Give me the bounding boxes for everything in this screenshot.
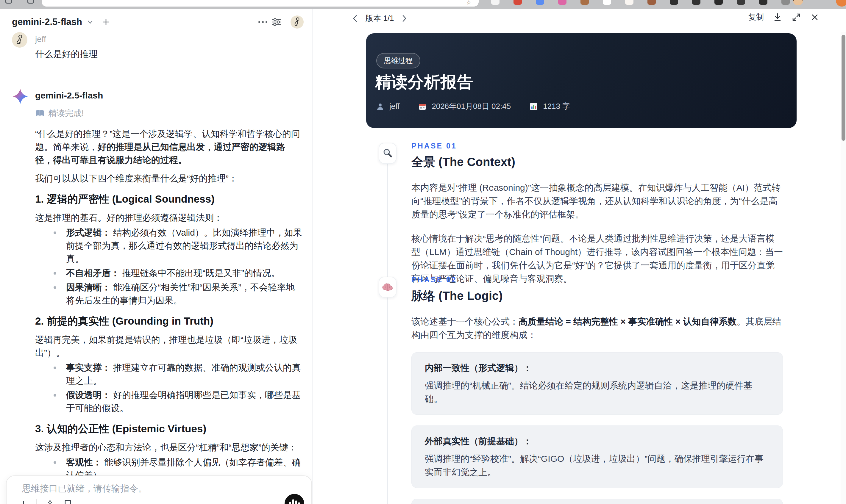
report-title: 精读分析报告 — [375, 71, 473, 93]
new-chat-button[interactable] — [102, 18, 110, 26]
bookmark-star-icon[interactable]: ☆ — [466, 0, 472, 6]
bullet-list: 事实支撑： 推理建立在可靠的数据、准确的观测或公认的真理之上。 假设透明： 好的… — [35, 361, 302, 415]
browser-toolbar: ☆ — [0, 0, 846, 9]
phase2-title: 脉络 (The Logic) — [411, 288, 783, 304]
bookmark-icon[interactable] — [63, 500, 73, 504]
expand-fullscreen-icon[interactable] — [791, 12, 801, 22]
chevron-down-icon[interactable] — [86, 18, 94, 26]
extension-icon[interactable] — [558, 0, 566, 5]
extension-icon[interactable] — [625, 0, 633, 5]
composer-input[interactable]: 思维接口已就绪，请传输指令。 — [22, 483, 299, 495]
report-date: 2026年01月08日 02:45 — [431, 101, 511, 112]
extension-icon[interactable] — [759, 0, 768, 5]
list-item: 事实支撑： 推理建立在可靠的数据、准确的观测或公认的真理之上。 — [35, 361, 302, 388]
version-next-button[interactable] — [400, 14, 408, 23]
extension-icon[interactable] — [513, 0, 522, 5]
attach-plus-button[interactable] — [18, 500, 29, 504]
address-bar[interactable] — [42, 0, 479, 6]
user-avatar[interactable] — [290, 16, 304, 29]
browser-nav-icon[interactable] — [5, 0, 12, 4]
assistant-name: gemini-2.5-flash — [35, 88, 302, 101]
phase1-title: 全景 (The Context) — [411, 154, 783, 170]
phase1-paragraph-1: 本内容是对“推理 (Reasoning)”这一抽象概念的高层建模。在知识爆炸与人… — [411, 181, 783, 221]
user-message-avatar — [12, 32, 28, 48]
user-message-text: 什么是好的推理 — [35, 48, 98, 61]
report-author: jeff — [389, 102, 400, 111]
report-hero-card: 思维过程 精读分析报告 jeff 2026年01月08日 02:45 1213 … — [366, 33, 797, 128]
assistant-status: 精读完成! — [35, 108, 302, 119]
user-message: jeff 什么是好的推理 — [12, 32, 302, 61]
artifact-toolbar: 版本 1/1 复制 — [313, 9, 841, 28]
settings-sliders-icon[interactable] — [270, 15, 283, 29]
magnifier-icon — [382, 148, 393, 159]
logic-card-2: 外部真实性（前提基础）： 强调推理的“经验校准”。解决“GIGO（垃圾进，垃圾出… — [411, 426, 783, 488]
extension-icons-row — [491, 0, 790, 5]
extension-icon[interactable] — [692, 0, 701, 5]
version-prev-button[interactable] — [351, 14, 359, 23]
list-item: 形式逻辑： 结构必须有效（Valid）。比如演绎推理中，如果前提全部为真，那么通… — [35, 226, 302, 265]
close-icon[interactable] — [810, 13, 819, 22]
phase-timeline-line — [387, 164, 388, 504]
chat-panel: gemini-2.5-flash — [0, 9, 312, 504]
version-label: 版本 1/1 — [366, 13, 394, 23]
calendar-icon — [419, 103, 426, 110]
assistant-content: “什么是好的推理？”这是一个涉及逻辑学、认知科学和哲学核心的问题。简单来说，好的… — [35, 127, 302, 504]
report-badge: 思维过程 — [376, 53, 420, 68]
extension-icon[interactable] — [603, 0, 611, 5]
gemini-star-icon — [12, 88, 35, 105]
browser-profile-avatar[interactable] — [793, 0, 803, 5]
extension-icon[interactable] — [670, 0, 678, 5]
person-icon — [376, 103, 384, 110]
report-word-count: 1213 字 — [543, 101, 570, 112]
artifact-panel: 版本 1/1 复制 — [312, 9, 841, 504]
bar-chart-icon — [530, 103, 537, 110]
section-heading-3: 3. 认知的公正性 (Epistemic Virtues) — [35, 422, 302, 436]
download-icon[interactable] — [773, 12, 782, 22]
bullet-list: 形式逻辑： 结构必须有效（Valid）。比如演绎推理中，如果前提全部为真，那么通… — [35, 226, 302, 307]
more-options-button[interactable] — [256, 15, 270, 29]
voice-input-button[interactable] — [285, 494, 304, 504]
extension-icon[interactable] — [648, 0, 656, 5]
chat-header: gemini-2.5-flash — [12, 14, 304, 30]
list-item: 因果清晰： 能准确区分“相关性”和“因果关系”，不会轻率地将先后发生的事情归为因… — [35, 281, 302, 307]
brain-icon — [382, 282, 393, 292]
browser-nav-icon[interactable] — [28, 0, 34, 4]
list-item: 不自相矛盾： 推理链条中不能出现“既是又非”的情况。 — [35, 267, 302, 280]
model-selector[interactable]: gemini-2.5-flash — [12, 17, 82, 28]
app-window: gemini-2.5-flash — [0, 9, 846, 504]
user-message-author: jeff — [35, 32, 98, 44]
logic-card-1: 内部一致性（形式逻辑）： 强调推理的“机械正确”。结论必须在给定的规则系统内逻辑… — [411, 352, 783, 415]
phase2-label: PHASE 02 — [411, 275, 783, 284]
skills-sparkle-icon[interactable] — [45, 500, 55, 504]
message-composer: 思维接口已就绪，请传输指令。 — [6, 475, 312, 504]
phase2-intro: 该论述基于一个核心公式：高质量结论 = 结构完整性 × 事实准确性 × 认知自律… — [411, 315, 783, 342]
phase2-icon-card — [378, 277, 396, 298]
logic-card-3: 主体伦理（认识美德）： 转向推理者的心理特征。引入奥卡姆剃刀和反向论证，旨在克服… — [411, 499, 783, 504]
extension-icon[interactable] — [536, 0, 544, 5]
extension-icon[interactable] — [715, 0, 723, 5]
extension-icon[interactable] — [580, 0, 589, 5]
extension-icon[interactable] — [737, 0, 745, 5]
phase1-section: PHASE 01 全景 (The Context) 本内容是对“推理 (Reas… — [411, 142, 783, 285]
page-scrollbar-thumb[interactable] — [842, 35, 845, 141]
copy-button[interactable]: 复制 — [748, 12, 764, 22]
phase1-label: PHASE 01 — [411, 142, 783, 150]
section-heading-1: 1. 逻辑的严密性 (Logical Soundness) — [35, 192, 302, 206]
phase2-section: PHASE 02 脉络 (The Logic) 该论述基于一个核心公式：高质量结… — [411, 275, 783, 504]
overview-paragraph: 我们可以从以下四个维度来衡量什么是“好的推理”： — [35, 172, 302, 185]
section-lead-3: 这涉及推理者的心态和方法论，也是区分“杠精”和“思想家”的关键： — [35, 441, 302, 454]
assistant-status-text: 精读完成! — [48, 108, 84, 119]
composer-divider — [36, 499, 37, 504]
list-item: 假设透明： 好的推理会明确指明哪些是已知事实，哪些是基于可能的假设。 — [35, 389, 302, 415]
section-heading-2: 2. 前提的真实性 (Grounding in Truth) — [35, 314, 302, 328]
assistant-message: gemini-2.5-flash 精读完成! “什么是好的推理？”这是一个涉及逻… — [12, 88, 302, 504]
chat-thread: jeff 什么是好的推理 — [12, 32, 302, 504]
section-lead-2: 逻辑再完美，如果前提是错误的，推理也是垃圾（即“垃圾进，垃圾出”）。 — [35, 333, 302, 359]
extension-icon[interactable] — [491, 0, 499, 5]
browser-corner-icon[interactable] — [836, 0, 846, 6]
extension-icon[interactable] — [781, 0, 790, 5]
book-icon — [35, 109, 45, 118]
intro-paragraph: “什么是好的推理？”这是一个涉及逻辑学、认知科学和哲学核心的问题。简单来说，好的… — [35, 127, 302, 167]
phase1-icon-card — [378, 143, 396, 164]
section-lead-1: 这是推理的基石。好的推理必须遵循逻辑法则： — [35, 211, 302, 224]
